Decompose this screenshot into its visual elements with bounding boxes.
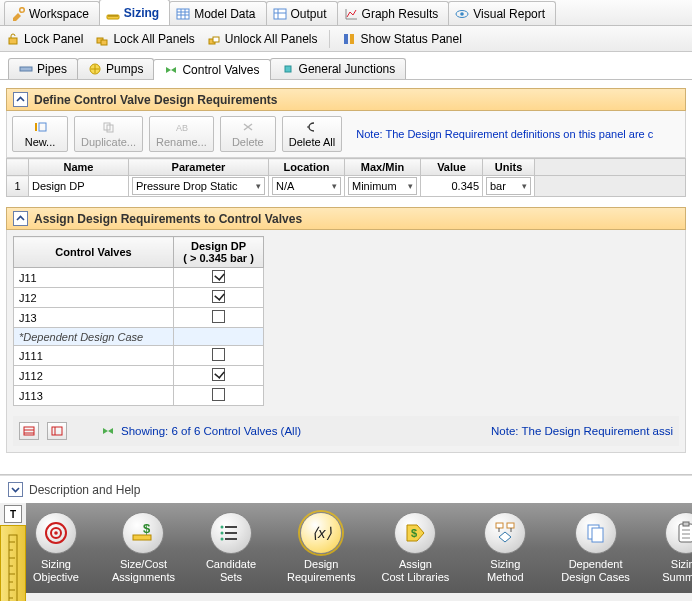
cell-units[interactable]: bar▾ bbox=[483, 176, 535, 197]
target-icon bbox=[43, 520, 69, 546]
svg-rect-23 bbox=[52, 427, 62, 435]
lock-all-label: Lock All Panels bbox=[113, 32, 194, 46]
col-design-dp[interactable]: Design DP ( > 0.345 bar ) bbox=[174, 237, 264, 268]
svg-text:$: $ bbox=[411, 527, 417, 539]
step-dependent-design-cases[interactable]: Dependent Design Cases bbox=[561, 512, 629, 583]
svg-rect-18 bbox=[39, 123, 46, 131]
step-sizing-objective[interactable]: Sizing Objective bbox=[26, 512, 86, 583]
col-control-valves[interactable]: Control Valves bbox=[14, 237, 174, 268]
valve-name[interactable]: J111 bbox=[14, 346, 174, 366]
tab-workspace-label: Workspace bbox=[29, 7, 89, 21]
svg-rect-10 bbox=[213, 37, 219, 42]
svg-rect-38 bbox=[496, 523, 503, 528]
tab-graph-results[interactable]: Graph Results bbox=[337, 1, 450, 25]
valve-check[interactable] bbox=[174, 366, 264, 386]
variable-icon: ⟨x⟩ bbox=[308, 520, 334, 546]
eye-icon bbox=[455, 7, 469, 21]
step-assign-cost-libraries[interactable]: $ Assign Cost Libraries bbox=[381, 512, 449, 583]
tab-model-data[interactable]: Model Data bbox=[169, 1, 266, 25]
showing-text: Showing: 6 of 6 Control Valves (All) bbox=[121, 425, 301, 437]
row-index[interactable]: 1 bbox=[7, 176, 29, 197]
rename-button[interactable]: AB Rename... bbox=[149, 116, 214, 152]
svg-point-0 bbox=[20, 7, 25, 12]
valve-check[interactable] bbox=[174, 308, 264, 328]
col-parameter[interactable]: Parameter bbox=[129, 159, 269, 176]
cell-parameter[interactable]: Pressure Drop Static▾ bbox=[129, 176, 269, 197]
cell-name[interactable]: Design DP bbox=[29, 176, 129, 197]
pump-icon bbox=[88, 62, 102, 76]
valve-name[interactable]: J11 bbox=[14, 268, 174, 288]
pipe-icon bbox=[19, 62, 33, 76]
lock-all-button[interactable]: Lock All Panels bbox=[95, 32, 194, 46]
col-location[interactable]: Location bbox=[269, 159, 345, 176]
subtab-control-valves[interactable]: Control Valves bbox=[153, 59, 270, 80]
cell-value[interactable]: 0.345 bbox=[421, 176, 483, 197]
duplicate-label: Duplicate... bbox=[81, 136, 136, 148]
lock-all-icon bbox=[95, 32, 109, 46]
chevron-down-icon: ▾ bbox=[256, 181, 261, 191]
lock-panel-button[interactable]: Lock Panel bbox=[6, 32, 83, 46]
svg-rect-8 bbox=[101, 40, 107, 45]
svg-rect-3 bbox=[274, 9, 286, 19]
actions-note: Note: The Design Requirement definitions… bbox=[356, 128, 653, 140]
valve-check[interactable] bbox=[174, 386, 264, 406]
tab-visual-report[interactable]: Visual Report bbox=[448, 1, 556, 25]
step-label: Design Requirements bbox=[287, 558, 355, 583]
ruler-tab[interactable] bbox=[0, 525, 26, 601]
tag-dollar-icon: $ bbox=[402, 520, 428, 546]
svg-point-32 bbox=[220, 526, 223, 529]
svg-marker-25 bbox=[108, 428, 113, 434]
svg-rect-6 bbox=[9, 38, 17, 44]
delete-all-button[interactable]: Delete All bbox=[282, 116, 342, 152]
tab-workspace[interactable]: Workspace bbox=[4, 1, 100, 25]
collapse-define-button[interactable] bbox=[13, 92, 28, 107]
ruler-icon bbox=[106, 6, 120, 20]
valve-name[interactable]: J12 bbox=[14, 288, 174, 308]
tab-output[interactable]: Output bbox=[266, 1, 338, 25]
show-status-button[interactable]: Show Status Panel bbox=[342, 32, 461, 46]
text-size-button[interactable]: T bbox=[4, 505, 22, 523]
collapse-assign-button[interactable] bbox=[13, 211, 28, 226]
new-label: New... bbox=[25, 136, 56, 148]
grid-view-button[interactable] bbox=[19, 422, 39, 440]
step-design-requirements[interactable]: ⟨x⟩ Design Requirements bbox=[287, 512, 355, 583]
subtab-pipes[interactable]: Pipes bbox=[8, 58, 78, 79]
new-button[interactable]: New... bbox=[12, 116, 68, 152]
list-view-button[interactable] bbox=[47, 422, 67, 440]
valve-check[interactable] bbox=[174, 288, 264, 308]
duplicate-button[interactable]: Duplicate... bbox=[74, 116, 143, 152]
valve-check[interactable] bbox=[174, 346, 264, 366]
col-units[interactable]: Units bbox=[483, 159, 535, 176]
valve-name[interactable]: J112 bbox=[14, 366, 174, 386]
valve-name[interactable]: J113 bbox=[14, 386, 174, 406]
table-row: J111 bbox=[14, 346, 264, 366]
delete-button[interactable]: Delete bbox=[220, 116, 276, 152]
wrench-icon bbox=[11, 7, 25, 21]
svg-point-34 bbox=[220, 538, 223, 541]
unlock-all-label: Unlock All Panels bbox=[225, 32, 318, 46]
lock-panel-label: Lock Panel bbox=[24, 32, 83, 46]
tab-sizing[interactable]: Sizing bbox=[99, 0, 170, 25]
col-value[interactable]: Value bbox=[421, 159, 483, 176]
cell-location[interactable]: N/A▾ bbox=[269, 176, 345, 197]
collapse-desc-button[interactable] bbox=[8, 482, 23, 497]
step-candidate-sets[interactable]: Candidate Sets bbox=[201, 512, 261, 583]
svg-marker-16 bbox=[171, 67, 176, 73]
svg-text:AB: AB bbox=[176, 123, 188, 133]
unlock-all-button[interactable]: Unlock All Panels bbox=[207, 32, 318, 46]
step-size-cost[interactable]: $ Size/Cost Assignments bbox=[112, 512, 175, 583]
col-name[interactable]: Name bbox=[29, 159, 129, 176]
table-row: J13 bbox=[14, 308, 264, 328]
valve-check[interactable] bbox=[174, 268, 264, 288]
step-sizing-summary[interactable]: Sizing Summary bbox=[656, 512, 692, 583]
col-maxmin[interactable]: Max/Min bbox=[345, 159, 421, 176]
subtab-general-junctions[interactable]: General Junctions bbox=[270, 58, 407, 79]
lock-open-icon bbox=[6, 32, 20, 46]
step-sizing-method[interactable]: Sizing Method bbox=[475, 512, 535, 583]
cell-maxmin[interactable]: Minimum▾ bbox=[345, 176, 421, 197]
flowchart-icon bbox=[492, 520, 518, 546]
subtab-pumps[interactable]: Pumps bbox=[77, 58, 154, 79]
valve-icon bbox=[101, 424, 115, 438]
svg-rect-11 bbox=[344, 34, 348, 44]
valve-name[interactable]: J13 bbox=[14, 308, 174, 328]
